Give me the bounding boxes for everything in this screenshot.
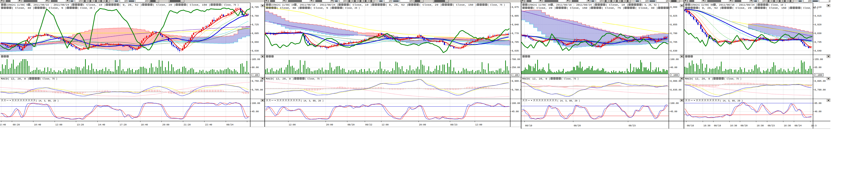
- svg-text:08/18: 08/18: [687, 124, 694, 127]
- svg-text:8,630: 8,630: [670, 50, 677, 52]
- svg-text:40.00: 40.00: [670, 66, 677, 69]
- svg-text:( Close, 75 ): ( Close, 75 ): [601, 7, 624, 9]
- svg-text:( Close, 10 ): ( Close, 10 ): [83, 4, 106, 6]
- svg-text:8,835.00: 8,835.00: [670, 88, 681, 91]
- svg-text:08/20: 08/20: [347, 123, 354, 126]
- svg-text:16:30: 16:30: [730, 124, 737, 127]
- svg-text:225mini 11/09( 5: 225mini 11/09( 5: [6, 4, 28, 6]
- svg-text:( 9, 26, 52 ): ( 9, 26, 52 ): [119, 4, 142, 6]
- svg-text:14:40: 14:40: [98, 123, 105, 126]
- svg-text:22:40: 22:40: [205, 123, 212, 126]
- svg-text:16:3: 16:3: [811, 124, 816, 127]
- svg-text:( Close, 10 ): ( Close, 10 ): [606, 4, 628, 6]
- svg-text:8,760: 8,760: [252, 15, 259, 17]
- svg-text:( Close, 10 ): ( Close, 10 ): [349, 4, 372, 6]
- svg-text:08/20: 08/20: [741, 124, 747, 127]
- svg-text:12:00: 12:00: [289, 123, 296, 126]
- svg-text:09:20: 09:20: [13, 123, 20, 126]
- svg-text:( Close, 75 ): ( Close, 75 ): [221, 4, 239, 6]
- svg-text:( Close, 5 ): ( Close, 5 ): [45, 7, 67, 9]
- svg-text:225mini 11/09( 15: 225mini 11/09( 15: [271, 4, 294, 6]
- svg-text:( Close, 40 ): ( Close, 40 ): [12, 7, 34, 9]
- svg-text:( Close, 150 ): ( Close, 150 ): [186, 4, 211, 6]
- svg-text:( Close, 75 ): ( Close, 75 ): [724, 78, 741, 80]
- svg-text:8,920: 8,920: [814, 23, 822, 26]
- svg-text:8,705.00: 8,705.00: [252, 88, 263, 91]
- svg-text:18:40: 18:40: [141, 123, 148, 126]
- svg-text:( Close, 40 ): ( Close, 40 ): [277, 7, 300, 9]
- svg-text:( Close, 75 ): ( Close, 75 ): [561, 78, 579, 80]
- svg-text:16:30: 16:30: [704, 124, 710, 127]
- svg-text:8,770: 8,770: [512, 32, 519, 35]
- svg-text:45.00: 45.00: [512, 110, 519, 113]
- svg-text:9,000.00: 9,000.00: [670, 80, 681, 82]
- svg-text:13:20: 13:20: [77, 123, 84, 126]
- svg-text:80.00: 80.00: [252, 66, 259, 69]
- svg-text:85.00: 85.00: [814, 102, 822, 105]
- svg-text:8,725: 8,725: [252, 23, 259, 26]
- svg-text:8,830: 8,830: [814, 32, 822, 35]
- svg-text:8,635: 8,635: [512, 50, 519, 52]
- svg-text:MACD( 12, 26, 9 ): MACD( 12, 26, 9 ): [1, 78, 29, 80]
- svg-text:, 2011/08/16 - 2011/08/24 ): , 2011/08/16 - 2011/08/24 ): [553, 4, 595, 6]
- svg-text:17:20: 17:20: [120, 123, 127, 126]
- svg-text:12:00: 12:00: [381, 123, 389, 126]
- svg-text:( 9, 26, 52 ): ( 9, 26, 52 ): [642, 4, 659, 6]
- svg-text:20:00: 20:00: [326, 123, 333, 126]
- svg-text:( 9, 26, 52 ): ( 9, 26, 52 ): [385, 4, 408, 6]
- svg-text:( Close, 25 ): ( Close, 25 ): [78, 7, 95, 9]
- svg-text:MACD( 12, 26, 9 ): MACD( 12, 26, 9 ): [522, 78, 551, 80]
- svg-text:12:00: 12:00: [475, 123, 482, 126]
- svg-text:8,660: 8,660: [252, 41, 259, 44]
- svg-text:100.00: 100.00: [512, 102, 520, 105]
- svg-text:45.00: 45.00: [670, 110, 677, 113]
- svg-text:(: (: [669, 7, 670, 9]
- svg-text:8,735: 8,735: [814, 41, 822, 44]
- svg-text:× 100: × 100: [252, 74, 258, 76]
- svg-text:9,000: 9,000: [670, 6, 677, 8]
- svg-text:155.00: 155.00: [814, 58, 823, 61]
- svg-text:, 2011/08/22 - 2011/08/24 ): , 2011/08/22 - 2011/08/24 ): [30, 4, 72, 6]
- svg-text:( Close, 20 ): ( Close, 20 ): [419, 4, 442, 6]
- svg-text:( Close, 10 ): ( Close, 10 ): [768, 4, 786, 6]
- svg-text:8,840: 8,840: [512, 23, 519, 26]
- svg-text:185.00: 185.00: [252, 58, 260, 61]
- svg-text:( Close, 150 ): ( Close, 150 ): [766, 7, 790, 9]
- svg-text:8,905: 8,905: [512, 15, 519, 17]
- svg-text:40.00: 40.00: [814, 110, 822, 113]
- svg-text:8,695: 8,695: [252, 32, 259, 35]
- svg-text:08/24: 08/24: [795, 124, 802, 127]
- svg-text:20:00: 20:00: [162, 123, 169, 126]
- svg-text:8,640: 8,640: [814, 50, 822, 52]
- svg-text:( Close, 20 ): ( Close, 20 ): [153, 4, 176, 6]
- svg-text:× 100: × 100: [513, 74, 518, 76]
- svg-text:02:40: 02:40: [0, 123, 6, 126]
- svg-text:× 1000: × 1000: [815, 74, 822, 76]
- svg-text:8,705: 8,705: [670, 41, 677, 44]
- svg-text:100.00: 100.00: [670, 58, 679, 61]
- svg-text:10:40: 10:40: [34, 123, 41, 126]
- svg-text:08/19: 08/19: [714, 124, 721, 127]
- svg-text:( Close, 5 ): ( Close, 5 ): [310, 7, 332, 9]
- svg-text:21:20: 21:20: [184, 123, 191, 126]
- svg-text:08/23: 08/23: [629, 124, 636, 127]
- svg-text:( Close, 75 ): ( Close, 75 ): [40, 78, 57, 80]
- svg-text:225mini 11/09( 60: 225mini 11/09( 60: [690, 4, 713, 6]
- svg-text:( 14, 3, 80, 20 ): ( 14, 3, 80, 20 ): [720, 99, 743, 102]
- svg-text:08/22: 08/22: [365, 123, 372, 126]
- svg-text:700.00: 700.00: [512, 58, 520, 61]
- svg-text:08/23: 08/23: [451, 123, 457, 126]
- svg-text:8,975: 8,975: [512, 6, 519, 8]
- svg-text:12:00: 12:00: [55, 123, 62, 126]
- svg-text:8,790.00: 8,790.00: [814, 88, 826, 91]
- svg-text:250.00: 250.00: [512, 66, 520, 69]
- svg-text:( 14, 3, 80, 20 ): ( 14, 3, 80, 20 ): [557, 99, 580, 102]
- svg-text:( Close, 20 ): ( Close, 20 ): [533, 7, 556, 9]
- svg-text:MACD( 12, 26, 9 ): MACD( 12, 26, 9 ): [266, 78, 294, 80]
- svg-text:( Close, 150 ): ( Close, 150 ): [453, 4, 477, 6]
- svg-text:225mini 11/09( 30: 225mini 11/09( 30: [528, 4, 551, 6]
- svg-text:100.00: 100.00: [252, 102, 260, 105]
- svg-text:( 14, 3, 80, 20 ): ( 14, 3, 80, 20 ): [36, 99, 59, 102]
- svg-text:08/19: 08/19: [525, 124, 532, 127]
- svg-text:45.00: 45.00: [252, 110, 259, 113]
